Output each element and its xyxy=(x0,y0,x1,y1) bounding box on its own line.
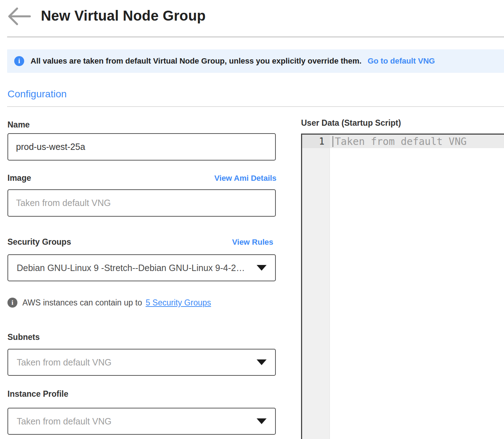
arrow-left-icon xyxy=(6,6,32,26)
user-data-label: User Data (Startup Script) xyxy=(301,118,401,128)
subnets-placeholder: Taken from default VNG xyxy=(17,357,251,368)
editor-code-line: Taken from default VNG xyxy=(332,135,467,148)
banner-text: All values are taken from default Virtua… xyxy=(31,56,361,66)
name-label: Name xyxy=(7,120,30,130)
image-label: Image xyxy=(7,173,31,183)
chevron-down-icon xyxy=(257,418,267,424)
subnets-label: Subnets xyxy=(7,332,40,342)
security-groups-label: Security Groups xyxy=(7,237,71,247)
note-text: AWS instances can contain up to xyxy=(22,298,142,308)
instance-profile-label: Instance Profile xyxy=(7,389,68,399)
configuration-section-title: Configuration xyxy=(7,88,67,100)
line-number: 1 xyxy=(302,135,330,148)
editor-active-line: 1 Taken from default VNG xyxy=(302,135,504,148)
editor-placeholder-text: Taken from default VNG xyxy=(335,136,467,147)
note-info-icon: i xyxy=(7,298,17,308)
page-title: New Virtual Node Group xyxy=(41,8,206,24)
security-groups-select[interactable]: Debian GNU-Linux 9 -Stretch--Debian GNU-… xyxy=(7,254,276,281)
new-virtual-node-group-page: New Virtual Node Group i All values are … xyxy=(0,0,504,439)
instance-profile-select[interactable]: Taken from default VNG xyxy=(7,408,276,435)
text-cursor xyxy=(332,136,333,147)
subnets-select[interactable]: Taken from default VNG xyxy=(7,349,276,376)
header-divider xyxy=(7,37,504,37)
info-icon: i xyxy=(14,56,24,66)
back-button[interactable] xyxy=(6,6,32,26)
five-security-groups-link[interactable]: 5 Security Groups xyxy=(146,298,211,308)
name-input[interactable] xyxy=(7,133,276,161)
view-ami-details-link[interactable]: View Ami Details xyxy=(214,174,277,183)
chevron-down-icon xyxy=(257,359,267,365)
instance-profile-placeholder: Taken from default VNG xyxy=(17,416,251,427)
view-rules-link[interactable]: View Rules xyxy=(232,238,273,247)
security-groups-note: i AWS instances can contain up to 5 Secu… xyxy=(7,298,211,308)
security-groups-selected-value: Debian GNU-Linux 9 -Stretch--Debian GNU-… xyxy=(17,263,251,273)
image-input[interactable] xyxy=(7,189,276,217)
section-divider xyxy=(7,106,504,107)
chevron-down-icon xyxy=(257,265,267,271)
page-header: New Virtual Node Group xyxy=(0,0,504,37)
editor-gutter xyxy=(302,135,330,439)
go-to-default-vng-link[interactable]: Go to default VNG xyxy=(368,56,435,66)
info-banner: i All values are taken from default Virt… xyxy=(7,49,504,73)
user-data-editor[interactable]: 1 Taken from default VNG xyxy=(301,134,504,439)
